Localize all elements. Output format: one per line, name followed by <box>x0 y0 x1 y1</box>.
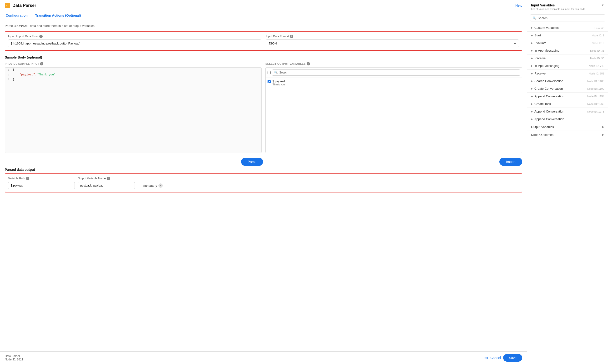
sidebar-items-list: ▶ Custom Variables [F19369] ▶ Start Node… <box>527 24 608 364</box>
tab-transition-actions[interactable]: Transition Actions (Optional) <box>34 11 82 20</box>
sidebar-title: Input Variables ▼ <box>531 3 604 7</box>
variable-name-payload: $.payload <box>273 80 285 83</box>
output-vars-search-input[interactable] <box>279 71 518 74</box>
expand-arrow-icon: ▶ <box>531 72 533 75</box>
line-num-1: 1 <box>5 68 12 72</box>
help-link[interactable]: Help <box>515 4 522 7</box>
variable-path-info-icon[interactable]: i <box>26 177 29 180</box>
sidebar-header: Input Variables ▼ List of variables avai… <box>527 0 608 12</box>
import-button[interactable]: Import <box>499 158 522 166</box>
app-icon: ≡ <box>5 3 10 8</box>
output-name-input[interactable] <box>78 182 135 189</box>
sidebar-item-create-task[interactable]: ▶ Create Task Node ID: 1269 <box>527 100 608 107</box>
sidebar-section-node-outcomes[interactable]: Node Outcomes ▶ <box>527 131 608 139</box>
sidebar-item-append-1254[interactable]: ▶ Append Conversation Node ID: 1254 <box>527 92 608 100</box>
expand-arrow-icon: ▶ <box>531 87 533 90</box>
import-from-label: Input: Import Data From i <box>8 35 261 38</box>
provide-sample-label: PROVIDE SAMPLE INPUT i <box>5 62 262 65</box>
bottom-actions: Test Cancel Save <box>482 354 522 362</box>
format-info-icon[interactable]: i <box>290 35 293 38</box>
sidebar-item-inapp-745[interactable]: ▶ In-App Messaging Node ID: 745 <box>527 62 608 69</box>
tabs-bar: Configuration Transition Actions (Option… <box>0 11 527 20</box>
output-table: Variable Path i Output Variable Name i M… <box>5 173 522 193</box>
expand-arrow-icon: ▶ <box>531 110 533 113</box>
sidebar-search-icon: 🔍 <box>533 16 536 20</box>
sidebar-item-receive-38[interactable]: ▶ Receive Node ID: 38 <box>527 54 608 62</box>
output-variable-info-icon[interactable]: i <box>107 177 110 180</box>
import-info-icon[interactable]: i <box>39 35 43 38</box>
sidebar-section-output-variables[interactable]: Output Variables ▶ <box>527 123 608 130</box>
select-output-info-icon[interactable]: i <box>307 62 310 65</box>
sample-body-title: Sample Body (optional) <box>5 55 522 59</box>
app-title: Data Parser <box>12 3 36 8</box>
sidebar-item-evaluate[interactable]: ▶ Evaluate Node ID: 9 <box>527 39 608 47</box>
node-outcomes-label: Node Outcomes <box>531 133 553 137</box>
search-icon: 🔍 <box>274 71 278 74</box>
mandatory-row: Mandatory ✕ <box>138 183 163 188</box>
sample-panels: PROVIDE SAMPLE INPUT i 1 { 2 "payload":"… <box>5 62 522 153</box>
code-line-1: 1 { <box>5 67 261 72</box>
cancel-button[interactable]: Cancel <box>490 356 501 360</box>
save-button[interactable]: Save <box>503 354 522 362</box>
expand-arrow-icon: ▶ <box>531 26 533 29</box>
variable-item-payload: $.payload Thank you <box>266 78 522 88</box>
expand-arrow-icon: ▶ <box>531 49 533 52</box>
output-variables-label: Output Variables <box>531 125 554 129</box>
output-vars-panel: SELECT OUTPUT VARIABLES i 🔍 <box>265 62 522 153</box>
node-outcomes-arrow-icon: ▶ <box>602 133 604 136</box>
output-path-input[interactable] <box>8 182 75 189</box>
tab-configuration[interactable]: Configuration <box>5 11 28 20</box>
test-button[interactable]: Test <box>482 356 488 360</box>
output-variables-panel: 🔍 $.payload Thank you <box>265 67 522 153</box>
parse-button[interactable]: Parse <box>241 158 263 166</box>
output-table-header: Variable Path i Output Variable Name i <box>8 177 519 180</box>
import-data-input[interactable] <box>8 39 261 47</box>
output-variables-arrow-icon: ▶ <box>602 125 604 129</box>
sidebar-item-append-last[interactable]: ▶ Append Conversation <box>527 115 608 123</box>
input-section: Input: Import Data From i Input Data For… <box>5 31 522 51</box>
sidebar-item-custom-variables[interactable]: ▶ Custom Variables [F19369] <box>527 24 608 31</box>
sample-body-section: Sample Body (optional) PROVIDE SAMPLE IN… <box>5 55 522 153</box>
select-all-checkbox[interactable] <box>268 71 271 74</box>
top-bar-left: ≡ Data Parser <box>5 3 36 8</box>
provide-info-icon[interactable]: i <box>40 62 43 65</box>
input-two-col: Input: Import Data From i Input Data For… <box>8 35 519 47</box>
expand-arrow-icon: ▶ <box>531 34 533 37</box>
output-variable-header: Output Variable Name i <box>78 177 135 180</box>
expand-arrow-icon: ▶ <box>531 80 533 82</box>
sidebar-item-create-conversation[interactable]: ▶ Create Conversation Node ID: 1199 <box>527 85 608 92</box>
sidebar-search-box: 🔍 <box>530 14 605 21</box>
code-editor[interactable]: 1 { 2 "payload":"Thank you" 3 } <box>5 67 262 153</box>
sidebar-search-input[interactable] <box>538 16 603 20</box>
sidebar-item-receive-756[interactable]: ▶ Receive Node ID: 756 <box>527 70 608 77</box>
sidebar-item-inapp-36[interactable]: ▶ In-App Messaging Node ID: 36 <box>527 47 608 54</box>
expand-arrow-icon: ▶ <box>531 57 533 59</box>
node-info: Data Parser Node ID: 1611 <box>5 354 23 361</box>
format-select-wrapper: JSON XML ▼ <box>266 39 519 47</box>
code-panel: PROVIDE SAMPLE INPUT i 1 { 2 "payload":"… <box>5 62 262 153</box>
content-area: Parse JSON/XML data and store them in a … <box>0 20 527 351</box>
variable-info: $.payload Thank you <box>273 80 285 86</box>
format-select[interactable]: JSON XML <box>266 39 519 47</box>
sidebar-item-start[interactable]: ▶ Start Node ID: 2 <box>527 32 608 39</box>
input-left-col: Input: Import Data From i <box>8 35 261 47</box>
select-output-label: SELECT OUTPUT VARIABLES i <box>265 62 522 65</box>
code-line-3: 3 } <box>5 77 261 82</box>
mandatory-checkbox[interactable] <box>138 184 141 187</box>
sidebar-search-area: 🔍 <box>527 12 608 24</box>
expand-arrow-icon: ▶ <box>531 118 533 120</box>
line-num-3: 3 <box>5 77 12 82</box>
parsed-output-title: Parsed data output <box>5 168 522 171</box>
remove-row-button[interactable]: ✕ <box>158 183 163 188</box>
sidebar-item-search-conversation[interactable]: ▶ Search Conversation Node ID: 1180 <box>527 77 608 85</box>
expand-arrow-icon: ▶ <box>531 65 533 67</box>
parsed-output-section: Parsed data output Variable Path i Outpu… <box>5 168 522 193</box>
output-vars-search-row: 🔍 <box>266 67 522 78</box>
node-name: Data Parser <box>5 354 23 358</box>
top-bar: ≡ Data Parser Help <box>0 0 527 11</box>
sidebar-collapse-icon[interactable]: ▼ <box>601 4 604 7</box>
sidebar-item-append-1273[interactable]: ▶ Append Conversation Node ID: 1273 <box>527 108 608 115</box>
format-label: Input Data Format i <box>266 35 519 38</box>
variable-checkbox-payload[interactable] <box>268 80 271 83</box>
line-num-2: 2 <box>5 73 12 77</box>
